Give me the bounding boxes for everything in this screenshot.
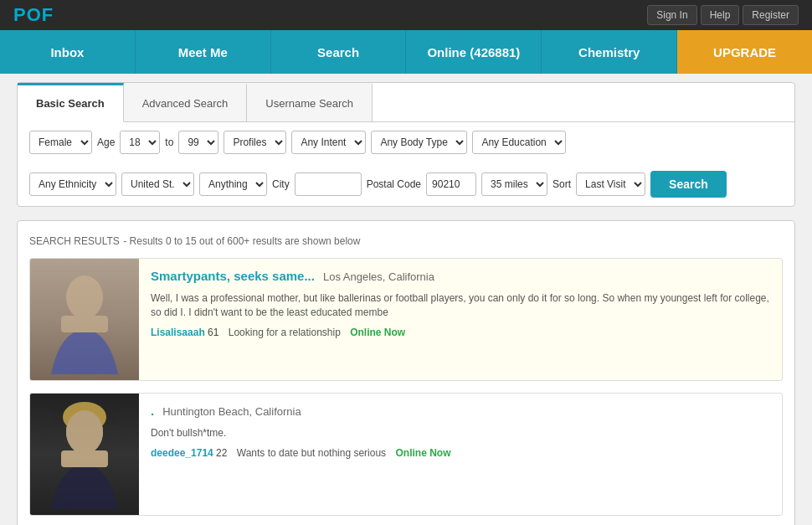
result-photo-2[interactable]	[30, 394, 139, 515]
gender-select[interactable]: Female	[29, 131, 92, 154]
profile-photo-svg-2	[43, 400, 126, 509]
result-username-1[interactable]: Lisalisaaah	[151, 327, 205, 338]
age-label: Age	[97, 136, 115, 148]
age-from-select[interactable]: 18	[120, 131, 160, 154]
profiles-select[interactable]: Profiles	[224, 131, 286, 154]
result-info-2: . Huntington Beach, California Don't bul…	[139, 394, 782, 515]
age-to-select[interactable]: 99	[178, 131, 218, 154]
postal-label: Postal Code	[367, 178, 421, 190]
main-content: Basic Search Advanced Search Username Se…	[0, 74, 812, 525]
search-panel: Basic Search Advanced Search Username Se…	[17, 82, 795, 207]
result-meta-1: Lisalisaaah 61 Looking for a relationshi…	[151, 327, 770, 338]
signin-link[interactable]: Sign In	[647, 5, 696, 25]
ethnicity-select[interactable]: Any Ethnicity	[29, 172, 116, 196]
top-bar: POF Sign In Help Register	[0, 0, 812, 30]
register-link[interactable]: Register	[743, 5, 799, 25]
filter-row-1: Female Age 18 to 99 Profiles Any Intent …	[18, 122, 794, 162]
result-online-1: Online Now	[350, 327, 405, 338]
svg-point-0	[66, 275, 103, 319]
result-meta-2: deedee_1714 22 Wants to date but nothing…	[151, 447, 770, 459]
result-bio-1: Well, I was a professional mother, but l…	[151, 291, 770, 320]
nav-inbox[interactable]: Inbox	[0, 30, 136, 74]
filter-row-2: Any Ethnicity United St. Anything City P…	[18, 162, 794, 206]
svg-point-5	[66, 410, 103, 454]
distance-select[interactable]: 35 miles	[481, 172, 547, 196]
search-tabs: Basic Search Advanced Search Username Se…	[18, 83, 794, 122]
search-button[interactable]: Search	[650, 171, 727, 198]
result-card-1: Smartypants, seeks same... Los Angeles, …	[29, 258, 783, 381]
results-header: SEARCH RESULTS - Results 0 to 15 out of …	[29, 233, 783, 248]
logo: POF	[13, 4, 54, 26]
nav-search[interactable]: Search	[271, 30, 407, 74]
postal-input[interactable]: 90210	[426, 172, 476, 196]
result-photo-1[interactable]	[30, 259, 139, 380]
nav-upgrade[interactable]: UPGRADE	[677, 30, 812, 74]
country-select[interactable]: United St.	[121, 172, 194, 196]
result-location-1: Los Angeles, California	[323, 270, 434, 283]
intent-select[interactable]: Any Intent	[291, 131, 366, 154]
city-input[interactable]	[295, 172, 362, 196]
tab-username[interactable]: Username Search	[247, 83, 373, 121]
result-username-2[interactable]: deedee_1714	[151, 447, 213, 459]
result-title-2[interactable]: .	[151, 404, 154, 418]
education-select[interactable]: Any Education	[472, 131, 566, 154]
result-info-1: Smartypants, seeks same... Los Angeles, …	[139, 259, 782, 380]
result-location-2: Huntington Beach, California	[162, 405, 301, 418]
to-label: to	[165, 136, 173, 148]
result-intent-2: Wants to date but nothing serious	[237, 447, 386, 459]
nav-chemistry[interactable]: Chemistry	[542, 30, 677, 74]
svg-rect-1	[61, 316, 108, 332]
navbar: Inbox Meet Me Search Online (426881) Che…	[0, 30, 812, 74]
results-panel: SEARCH RESULTS - Results 0 to 15 out of …	[17, 220, 795, 525]
looking-select[interactable]: Anything	[199, 172, 267, 196]
result-title-1[interactable]: Smartypants, seeks same...	[151, 269, 315, 283]
result-bio-2: Don't bullsh*tme.	[151, 426, 770, 440]
results-subtitle: - Results 0 to 15 out of 600+ results ar…	[123, 235, 360, 247]
result-age-2: 22	[216, 447, 227, 459]
tab-basic[interactable]: Basic Search	[18, 83, 124, 122]
nav-meetme[interactable]: Meet Me	[136, 30, 271, 74]
nav-online[interactable]: Online (426881)	[406, 30, 542, 74]
city-label: City	[272, 178, 290, 190]
result-online-2: Online Now	[395, 447, 450, 459]
top-links: Sign In Help Register	[647, 5, 799, 25]
sort-select[interactable]: Last Visit	[576, 172, 645, 196]
result-card-2: . Huntington Beach, California Don't bul…	[29, 393, 783, 516]
help-link[interactable]: Help	[701, 5, 740, 25]
tab-advanced[interactable]: Advanced Search	[124, 83, 248, 121]
results-title: SEARCH RESULTS	[29, 235, 120, 247]
sort-label: Sort	[552, 178, 571, 190]
body-type-select[interactable]: Any Body Type	[371, 131, 467, 154]
result-intent-1: Looking for a relationship	[229, 327, 341, 338]
result-age-1: 61	[208, 327, 218, 338]
profile-photo-svg-1	[43, 265, 126, 374]
